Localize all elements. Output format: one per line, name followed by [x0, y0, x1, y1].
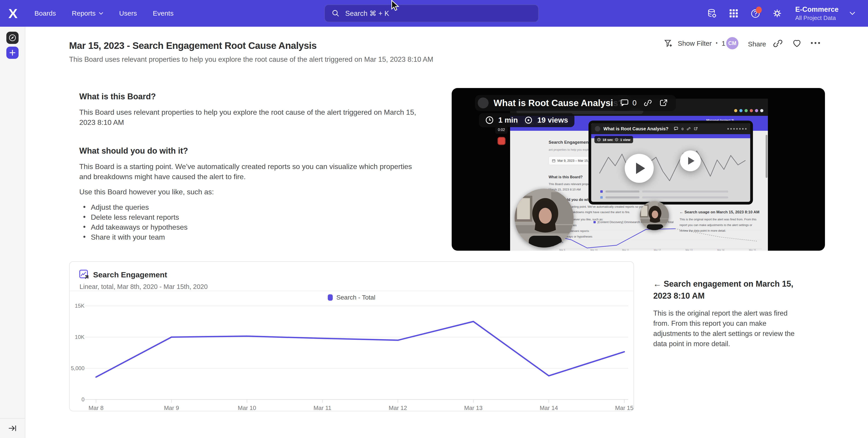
- recorded-extensions: [734, 109, 763, 112]
- help-icon[interactable]: [750, 8, 761, 19]
- list-item: Adjust the queries: [83, 203, 188, 213]
- nav-item-reports[interactable]: Reports: [72, 9, 103, 17]
- avatar[interactable]: CM: [726, 37, 738, 49]
- compass-icon: [8, 33, 17, 42]
- presenter-webcam-bubble: [515, 189, 574, 247]
- mouse-cursor: [390, 0, 401, 12]
- open-external-icon[interactable]: [659, 98, 668, 107]
- video-link-icon[interactable]: [643, 98, 652, 107]
- favorite-button[interactable]: [792, 38, 802, 48]
- show-filter-sep: •: [716, 40, 718, 46]
- notification-dot: [756, 6, 762, 13]
- video-stats-pill: 1 min 19 views: [479, 113, 575, 127]
- expand-sidebar-button[interactable]: [8, 424, 17, 433]
- video-avatar: [478, 98, 489, 108]
- mini-video-screen: What is Root Cause Analysis? 0 18 sec 1 …: [591, 123, 750, 202]
- section2-body: This Board is a starting point. We’ve au…: [79, 162, 419, 182]
- share-button[interactable]: Share: [748, 40, 766, 48]
- page-subtitle: This Board uses relevant properties to h…: [69, 56, 433, 64]
- right-note-title: ← Search engagement on March 15, 2023 8:…: [653, 278, 803, 302]
- video-comments-button[interactable]: 0: [620, 98, 637, 107]
- list-item: Delete less relevant reports: [83, 213, 188, 223]
- video-title: What is Root Cause Analysis?: [494, 98, 624, 108]
- video-duration: 1 min: [498, 116, 518, 125]
- x-axis-label: Mar 11: [313, 405, 331, 411]
- comment-icon: [620, 98, 629, 107]
- nav-right-cluster: E-Commerce All Project Data: [707, 0, 855, 27]
- video-player[interactable]: Mar 15, 2023 - Search Enga...✕ ✕ Boards …: [452, 88, 825, 251]
- mini-video-frame: What is Root Cause Analysis? 0 18 sec 1 …: [588, 121, 753, 204]
- mini-webcam-bubble: [640, 201, 669, 230]
- data-management-icon[interactable]: [707, 8, 717, 19]
- nav-item-boards[interactable]: Boards: [34, 9, 56, 17]
- settings-gear-icon[interactable]: [772, 8, 783, 19]
- nav-item-label: Reports: [72, 9, 96, 17]
- list-item: Add takeaways or hypotheses: [83, 223, 188, 233]
- show-filter-label: Show Filter: [678, 40, 712, 47]
- plus-icon: [9, 49, 16, 56]
- video-comment-count: 0: [632, 99, 637, 107]
- nav-item-users[interactable]: Users: [119, 9, 137, 17]
- rail-divider: [0, 418, 25, 418]
- filter-icon: [663, 38, 674, 48]
- chevron-down-icon[interactable]: [849, 11, 855, 15]
- right-note-body: This is the original report the alert wa…: [653, 308, 802, 349]
- x-axis-label: Mar 9: [164, 405, 179, 411]
- clock-icon: [485, 116, 494, 125]
- show-filter-button[interactable]: Show Filter • 1: [663, 36, 725, 51]
- section2-body2: Use this Board however you like, such as…: [79, 187, 214, 197]
- navigate-board-button[interactable]: [6, 32, 19, 44]
- x-axis-label: Mar 15: [615, 405, 633, 411]
- apps-grid-icon[interactable]: [728, 8, 739, 19]
- expand-sidebar-icon: [8, 424, 17, 433]
- more-options-button[interactable]: [811, 42, 820, 44]
- add-item-button[interactable]: [6, 46, 19, 59]
- search-placeholder: Search ⌘ + K: [345, 9, 389, 18]
- chart-card: Search Engagement Linear, total, Mar 8th…: [69, 261, 634, 411]
- x-axis-label: Mar 12: [389, 405, 407, 411]
- list-item: Share it with your team: [83, 233, 188, 243]
- y-axis-label: 15K: [66, 303, 85, 309]
- series-line: [96, 322, 624, 377]
- presenter-image: [640, 201, 669, 230]
- video-play-button[interactable]: [625, 154, 654, 183]
- search-icon: [332, 9, 340, 18]
- video-views: 19 views: [537, 116, 568, 125]
- project-switcher[interactable]: E-Commerce All Project Data: [795, 5, 839, 22]
- mixpanel-logo-icon[interactable]: X: [8, 6, 17, 21]
- x-axis-label: Mar 14: [539, 405, 558, 411]
- nav-item-events[interactable]: Events: [153, 9, 174, 17]
- page-title: Mar 15, 2023 - Search Engagement Root Ca…: [69, 40, 317, 51]
- mini-video-stats: 18 sec 1 view: [594, 136, 633, 143]
- top-navbar: X BoardsReportsUsersEvents Search ⌘ + K …: [0, 0, 868, 27]
- section1-title: What is this Board?: [79, 92, 156, 101]
- nav-item-label: Boards: [34, 9, 56, 17]
- video-actions-pill: 0: [613, 95, 676, 111]
- y-axis-label: 10K: [66, 334, 85, 340]
- recording-timer: 0:02: [495, 126, 507, 134]
- video-title-pill[interactable]: What is Root Cause Analysis?: [475, 95, 632, 111]
- y-axis-label: 5,000: [66, 365, 85, 371]
- presenter-image: [515, 189, 574, 247]
- mini-play-button[interactable]: [680, 150, 701, 171]
- stop-recording-button[interactable]: [497, 137, 505, 145]
- y-axis-label: 0: [66, 396, 85, 403]
- nav-items: BoardsReportsUsersEvents: [34, 0, 174, 27]
- copy-link-button[interactable]: [772, 38, 783, 49]
- nav-item-label: Events: [153, 9, 174, 17]
- search-input[interactable]: Search ⌘ + K: [324, 4, 539, 22]
- left-rail: [0, 27, 25, 438]
- section1-body: This Board uses relevant properties to h…: [79, 107, 417, 128]
- x-axis-label: Mar 8: [89, 405, 103, 411]
- link-icon: [772, 38, 783, 49]
- project-scope: All Project Data: [795, 14, 839, 22]
- recorded-scrollbar: [766, 135, 768, 178]
- x-axis-label: Mar 10: [238, 405, 256, 411]
- show-filter-count: 1: [722, 40, 725, 47]
- x-axis-label: Mar 13: [464, 405, 483, 411]
- chevron-down-icon: [99, 12, 103, 15]
- chart-plot-area[interactable]: 05,00010K15KMar 8Mar 9Mar 10Mar 11Mar 12…: [69, 262, 634, 412]
- heart-icon: [792, 38, 802, 48]
- board-usage-bullets: Adjust the queriesDelete less relevant r…: [83, 203, 188, 243]
- project-name: E-Commerce: [795, 5, 839, 13]
